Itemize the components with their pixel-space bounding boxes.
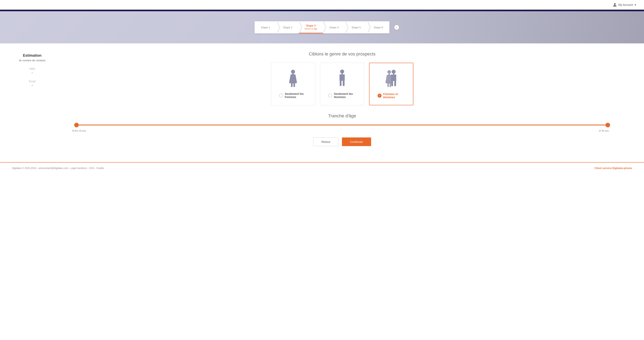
- both-icon-container: [382, 69, 400, 89]
- slider-thumb-min[interactable]: [74, 123, 79, 127]
- footer: Digitaleo © 2015-2016 - serviceclient@di…: [0, 162, 644, 173]
- account-menu[interactable]: My Account ▾: [613, 3, 636, 7]
- email-label: Email: [12, 80, 52, 83]
- step-etape1[interactable]: Etape 1: [254, 21, 277, 33]
- step-label-3: Etape 3: [306, 24, 316, 27]
- hommes-radio-row: Seulement les Hommes: [328, 92, 356, 99]
- step-label-6: Etape 6: [374, 26, 383, 29]
- femmes-label: Seulement les Femmes: [285, 92, 307, 99]
- svg-rect-14: [393, 73, 394, 75]
- male-silhouette: [337, 69, 347, 89]
- svg-rect-1: [292, 73, 294, 75]
- content-area: Ciblons le genre de vos prospects: [52, 51, 632, 146]
- slider-fill: [76, 125, 608, 125]
- svg-rect-7: [340, 80, 342, 86]
- continuer-button[interactable]: Continuer: [342, 138, 371, 146]
- person-icon: [613, 3, 617, 7]
- estimation-sms: SMS -: [12, 67, 52, 75]
- steps-container: Etape 1 Etape 2 Etape 3 Genre et âge Eta…: [254, 21, 390, 33]
- svg-rect-6: [340, 74, 345, 81]
- step-label-4: Etape 4: [330, 26, 339, 29]
- svg-rect-16: [391, 81, 393, 86]
- slider-track: [76, 125, 608, 125]
- main-content: Estimation du nombre de contacts SMS - E…: [0, 43, 644, 154]
- gender-card-femmes[interactable]: Seulement les Femmes: [271, 63, 315, 105]
- step-label-5: Etape 5: [352, 26, 361, 29]
- femmes-radio[interactable]: [279, 93, 283, 97]
- slider-thumb-max[interactable]: [606, 123, 610, 127]
- account-caret: ▾: [634, 3, 636, 6]
- gender-section-title: Ciblons le genre de vos prospects: [64, 51, 620, 57]
- retour-button[interactable]: Retour: [313, 138, 339, 146]
- svg-rect-17: [394, 81, 396, 86]
- slider-label-max: et 90 ans: [599, 129, 609, 132]
- estimation-subtitle: du nombre de contacts: [12, 58, 52, 62]
- svg-rect-2: [291, 83, 292, 87]
- svg-rect-11: [388, 83, 389, 87]
- svg-rect-3: [294, 83, 295, 87]
- footer-right-link[interactable]: Digitaleo.phone: [612, 167, 632, 170]
- svg-rect-15: [391, 75, 396, 81]
- female-silhouette: [287, 69, 299, 89]
- slider-label-min: Entre 18 ans: [72, 129, 86, 132]
- gender-card-hommes[interactable]: Seulement les Hommes: [320, 63, 364, 105]
- step-sub-3: Genre et âge: [304, 27, 317, 30]
- both-silhouette: [382, 69, 400, 89]
- estimation-email: Email -: [12, 80, 52, 87]
- both-radio-row: Femmes et Hommes: [378, 92, 405, 99]
- svg-rect-8: [343, 80, 344, 86]
- email-value: -: [12, 83, 52, 87]
- svg-rect-12: [390, 83, 391, 87]
- hommes-radio[interactable]: [328, 93, 332, 97]
- step-etape3[interactable]: Etape 3 Genre et âge: [299, 21, 323, 33]
- svg-point-4: [340, 70, 344, 74]
- age-slider-container: Entre 18 ans et 90 ans: [76, 125, 608, 125]
- svg-point-9: [388, 70, 391, 74]
- sms-value: -: [12, 71, 52, 75]
- step-label-2: Etape 2: [283, 26, 292, 29]
- age-section-title: Tranche d'âge: [64, 113, 620, 119]
- gender-card-both[interactable]: Femmes et Hommes: [369, 63, 413, 105]
- footer-left-text: Digitaleo © 2015-2016 - serviceclient@di…: [12, 167, 104, 170]
- hero-banner: Etape 1 Etape 2 Etape 3 Genre et âge Eta…: [0, 11, 644, 43]
- step-label-1: Etape 1: [261, 26, 270, 29]
- account-label: My Account: [618, 3, 633, 6]
- sms-label: SMS: [12, 67, 52, 70]
- both-label: Femmes et Hommes: [383, 92, 405, 99]
- blue-bar: [0, 10, 644, 11]
- svg-point-0: [291, 70, 295, 74]
- estimation-sidebar: Estimation du nombre de contacts SMS - E…: [12, 51, 52, 146]
- action-buttons: Retour Continuer: [64, 138, 620, 146]
- male-icon-container: [337, 69, 347, 89]
- gender-cards: Seulement les Femmes: [64, 63, 620, 105]
- female-icon-container: [287, 69, 299, 89]
- info-icon[interactable]: i: [394, 24, 400, 30]
- femmes-radio-row: Seulement les Femmes: [279, 92, 307, 99]
- both-radio[interactable]: [378, 94, 382, 98]
- svg-rect-5: [342, 73, 343, 75]
- top-nav: My Account ▾: [0, 0, 644, 10]
- footer-right-prefix: Client service: [594, 167, 612, 170]
- estimation-title: Estimation: [12, 53, 52, 58]
- footer-right: Client service Digitaleo.phone: [594, 167, 632, 170]
- hommes-label: Seulement les Hommes: [334, 92, 356, 99]
- footer-left: Digitaleo © 2015-2016 - serviceclient@di…: [12, 167, 104, 170]
- svg-point-13: [392, 70, 396, 74]
